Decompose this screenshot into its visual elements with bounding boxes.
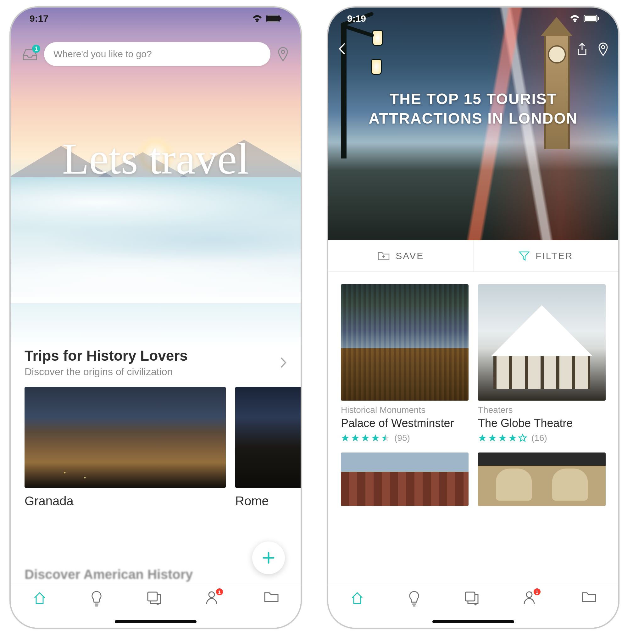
trip-label: Rome [235, 494, 301, 508]
share-button[interactable] [576, 42, 588, 57]
svg-point-9 [602, 46, 605, 49]
inbox-button[interactable]: 1 [22, 47, 38, 61]
filter-label: FILTER [536, 251, 573, 261]
status-right [570, 15, 599, 22]
map-pin-button[interactable] [597, 42, 609, 57]
hero-title: THE TOP 15 TOURIST ATTRACTIONS IN LONDON [328, 89, 618, 129]
filter-button[interactable]: FILTER [473, 240, 619, 271]
tab-ideas[interactable] [408, 590, 420, 607]
home-indicator[interactable] [115, 620, 197, 623]
status-right [252, 15, 282, 22]
location-button[interactable] [277, 46, 289, 62]
stars-icon [478, 434, 527, 442]
trip-scroll[interactable]: Granada Rome [11, 378, 301, 511]
add-button[interactable] [252, 541, 285, 574]
svg-rect-7 [585, 16, 597, 21]
svg-rect-4 [148, 592, 157, 601]
waves-graphic [11, 177, 301, 303]
trip-image [235, 387, 301, 488]
svg-point-3 [281, 50, 285, 53]
trip-label: Granada [25, 494, 226, 508]
search-placeholder: Where'd you like to go? [53, 49, 152, 59]
hero-line1: THE TOP 15 TOURIST [341, 89, 606, 109]
next-section-peek: Discover American History [25, 567, 193, 582]
attraction-card-partial-1[interactable] [341, 452, 469, 506]
rating-row: (95) [341, 433, 469, 443]
tab-ideas[interactable] [90, 590, 103, 607]
battery-icon [584, 15, 599, 22]
tab-home[interactable] [350, 590, 365, 605]
svg-rect-10 [465, 592, 475, 601]
hero-line2: ATTRACTIONS IN LONDON [341, 109, 606, 128]
attraction-category: Historical Monuments [341, 405, 469, 415]
review-count: (95) [394, 433, 410, 443]
rating-row: (16) [478, 433, 606, 443]
section-titles: Trips for History Lovers Discover the or… [25, 347, 280, 378]
tab-collections[interactable] [464, 590, 480, 605]
tab-collections[interactable] [146, 590, 162, 605]
hero: 1 Where'd you like to go? Lets travel [11, 8, 301, 347]
action-row: SAVE FILTER [328, 240, 618, 272]
section-header[interactable]: Trips for History Lovers Discover the or… [11, 347, 301, 378]
attractions-grid: Historical Monuments Palace of Westminst… [328, 272, 618, 506]
chevron-right-icon [280, 357, 287, 369]
trip-card-rome[interactable]: Rome [235, 387, 301, 508]
tab-profile[interactable]: 1 [205, 590, 220, 605]
save-label: SAVE [396, 251, 424, 261]
section-subtitle: Discover the origins of civilization [25, 366, 280, 378]
attraction-name: The Globe Theatre [478, 416, 606, 430]
back-button[interactable] [338, 42, 346, 57]
status-time: 9:17 [30, 13, 48, 24]
hero-title: Lets travel [11, 133, 301, 184]
status-time: 9:19 [347, 13, 366, 24]
section-title: Trips for History Lovers [25, 347, 280, 364]
attraction-card-partial-2[interactable] [478, 452, 606, 506]
home-indicator[interactable] [432, 620, 514, 623]
profile-badge: 1 [216, 588, 223, 595]
svg-point-11 [526, 592, 532, 597]
trip-card-granada[interactable]: Granada [25, 387, 226, 508]
folder-add-icon [377, 251, 390, 261]
filter-icon [519, 251, 530, 261]
stars-icon [341, 434, 390, 442]
phone-home: 9:17 1 Where'd you like to go? [9, 6, 302, 629]
attraction-name: Palace of Westminster [341, 416, 469, 430]
battery-icon [266, 15, 282, 22]
tab-folders[interactable] [581, 590, 597, 603]
phone-detail: 9:19 [327, 6, 619, 629]
profile-badge: 1 [534, 588, 541, 595]
attraction-image [478, 284, 606, 401]
inbox-badge: 1 [32, 45, 40, 53]
hero: THE TOP 15 TOURIST ATTRACTIONS IN LONDON [328, 8, 618, 240]
svg-point-5 [209, 592, 214, 597]
svg-rect-1 [267, 16, 279, 21]
tab-folders[interactable] [264, 590, 279, 603]
attraction-image [341, 284, 469, 401]
search-input[interactable]: Where'd you like to go? [44, 42, 270, 66]
tab-profile[interactable]: 1 [523, 590, 538, 605]
search-row: 1 Where'd you like to go? [22, 42, 289, 66]
status-bar: 9:17 [11, 8, 301, 30]
save-button[interactable]: SAVE [328, 240, 473, 271]
review-count: (16) [531, 433, 547, 443]
top-bar [338, 42, 609, 57]
attraction-image [478, 452, 606, 506]
attraction-category: Theaters [478, 405, 606, 415]
trip-image [25, 387, 226, 488]
wifi-icon [570, 15, 580, 22]
svg-rect-8 [598, 17, 599, 20]
tab-home[interactable] [32, 590, 47, 605]
wifi-icon [252, 15, 262, 22]
attraction-card-globe[interactable]: Theaters The Globe Theatre (16) [478, 284, 606, 443]
attraction-card-westminster[interactable]: Historical Monuments Palace of Westminst… [341, 284, 469, 443]
svg-rect-2 [280, 17, 281, 20]
status-bar: 9:19 [328, 8, 618, 30]
attraction-image [341, 452, 469, 506]
